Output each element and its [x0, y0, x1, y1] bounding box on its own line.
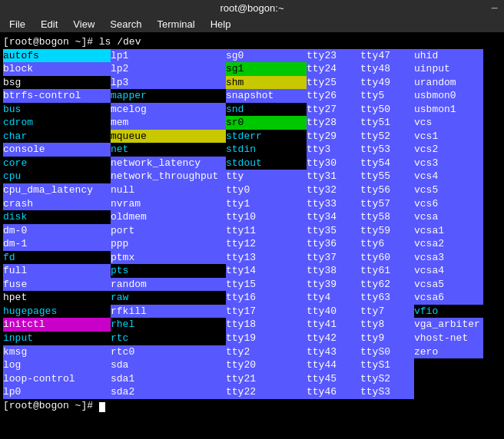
- menu-file[interactable]: File: [6, 18, 28, 31]
- list-item: lp3: [111, 76, 226, 90]
- list-item: tty39: [307, 278, 360, 292]
- list-item: console: [3, 143, 111, 157]
- list-item: tty20: [226, 358, 307, 372]
- list-item: tty13: [226, 251, 307, 265]
- list-item: stderr: [226, 130, 307, 144]
- list-item: tty4: [307, 291, 360, 305]
- list-item: vcsa1: [414, 224, 483, 238]
- list-item: vcs4: [414, 170, 483, 183]
- list-item: ttyS3: [360, 385, 414, 399]
- list-item: tty30: [307, 157, 360, 170]
- list-item: tty37: [307, 251, 360, 265]
- list-item: hpet: [3, 291, 111, 305]
- list-item: tty10: [226, 210, 307, 224]
- list-item: vcsa4: [414, 264, 483, 278]
- list-item: tty11: [226, 224, 307, 238]
- list-item: crash: [3, 197, 111, 211]
- list-item: hugepages: [3, 305, 111, 319]
- menu-search[interactable]: Search: [107, 18, 144, 31]
- list-item: tty12: [226, 237, 307, 251]
- list-item: cpu: [3, 170, 111, 183]
- list-item: ttyS0: [360, 345, 414, 359]
- list-item: port: [111, 224, 226, 238]
- list-item: tty59: [360, 224, 414, 238]
- menu-terminal[interactable]: Terminal: [154, 18, 198, 31]
- menu-help[interactable]: Help: [207, 18, 234, 31]
- list-item: vcs5: [414, 183, 483, 197]
- list-item: tty8: [360, 318, 414, 332]
- list-item: urandom: [414, 76, 483, 90]
- list-item: dm-0: [3, 224, 111, 238]
- list-item: loop-control: [3, 372, 111, 386]
- list-item: tty43: [307, 345, 360, 359]
- list-item: tty32: [307, 183, 360, 197]
- list-item: snapshot: [226, 89, 307, 103]
- column-6: uhiduinputurandomusbmon0usbmon1vcsvcs1vc…: [414, 49, 483, 399]
- title-text: root@bogon:~: [220, 2, 284, 14]
- list-item: tty5: [360, 89, 414, 103]
- list-item: tty16: [226, 291, 307, 305]
- ls-output: autofsblockbsgbtrfs-controlbuscdromcharc…: [3, 49, 501, 399]
- list-item: btrfs-control: [3, 89, 111, 103]
- list-item: null: [111, 183, 226, 197]
- list-item: uinput: [414, 62, 483, 76]
- menu-edit[interactable]: Edit: [38, 18, 61, 31]
- list-item: tty41: [307, 318, 360, 332]
- list-item: tty36: [307, 237, 360, 251]
- list-item: tty53: [360, 143, 414, 157]
- list-item: usbmon1: [414, 103, 483, 117]
- cursor: [99, 402, 105, 412]
- list-item: sda: [111, 358, 226, 372]
- list-item: nvram: [111, 197, 226, 211]
- list-item: rtc0: [111, 345, 226, 359]
- list-item: initctl: [3, 318, 111, 332]
- list-item: rhel: [111, 318, 226, 332]
- list-item: tty19: [226, 332, 307, 345]
- list-item: tty56: [360, 183, 414, 197]
- list-item: cdrom: [3, 116, 111, 130]
- list-item: tty21: [226, 372, 307, 386]
- list-item: fd: [3, 251, 111, 265]
- bottom-prompt-text: [root@bogon ~]#: [3, 400, 99, 411]
- list-item: bus: [3, 103, 111, 117]
- list-item: vcsa2: [414, 237, 483, 251]
- list-item: tty26: [307, 89, 360, 103]
- list-item: tty1: [226, 197, 307, 211]
- list-item: tty61: [360, 264, 414, 278]
- list-item: tty35: [307, 224, 360, 238]
- list-item: tty44: [307, 358, 360, 372]
- list-item: tty34: [307, 210, 360, 224]
- list-item: tty18: [226, 318, 307, 332]
- close-button[interactable]: −: [491, 2, 498, 15]
- list-item: fuse: [3, 278, 111, 292]
- list-item: stdin: [226, 143, 307, 157]
- list-item: ptmx: [111, 251, 226, 265]
- list-item: log: [3, 358, 111, 372]
- list-item: tty42: [307, 332, 360, 345]
- list-item: tty: [226, 170, 307, 183]
- list-item: oldmem: [111, 210, 226, 224]
- column-5: tty47tty48tty49tty5tty50tty51tty52tty53t…: [360, 49, 414, 399]
- menu-view[interactable]: View: [70, 18, 98, 31]
- list-item: tty57: [360, 197, 414, 211]
- list-item: tty55: [360, 170, 414, 183]
- list-item: snd: [226, 103, 307, 117]
- list-item: tty2: [226, 345, 307, 359]
- list-item: tty7: [360, 305, 414, 319]
- list-item: sg0: [226, 49, 307, 63]
- list-item: tty24: [307, 62, 360, 76]
- list-item: sda2: [111, 385, 226, 399]
- list-item: input: [3, 332, 111, 345]
- list-item: tty9: [360, 332, 414, 345]
- list-item: tty54: [360, 157, 414, 170]
- list-item: network_latency: [111, 157, 226, 170]
- list-item: tty28: [307, 116, 360, 130]
- column-4: tty23tty24tty25tty26tty27tty28tty29tty3t…: [307, 49, 360, 399]
- list-item: char: [3, 130, 111, 144]
- list-item: sg1: [226, 62, 307, 76]
- menu-bar: File Edit View Search Terminal Help: [0, 16, 504, 32]
- list-item: vhost-net: [414, 332, 483, 345]
- list-item: network_throughput: [111, 170, 226, 183]
- list-item: tty29: [307, 130, 360, 144]
- list-item: rtc: [111, 332, 226, 345]
